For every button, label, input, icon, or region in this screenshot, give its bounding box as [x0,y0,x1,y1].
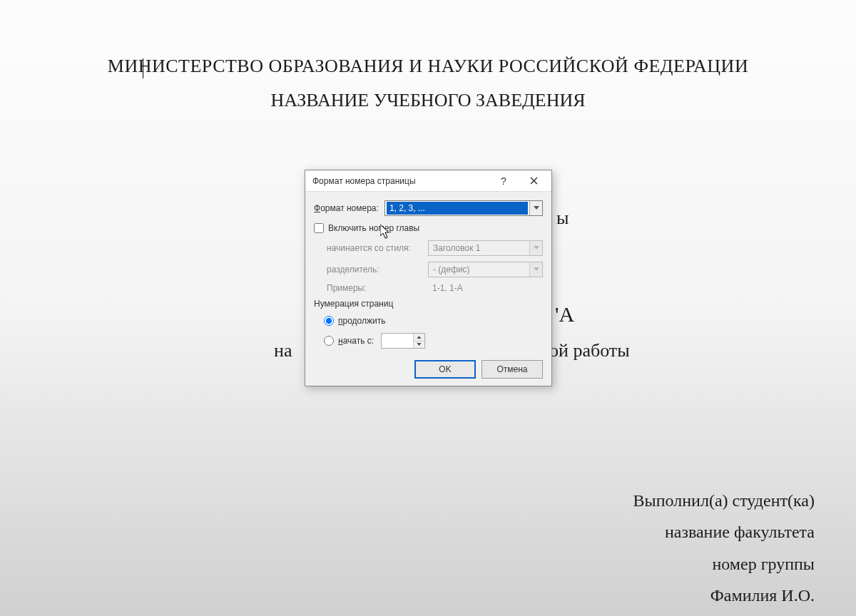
spinner-buttons [413,334,424,348]
number-format-combo[interactable]: 1, 2, 3, ... [384,200,543,216]
number-format-label: Формат номера: [314,203,379,213]
page-numbering-fieldset: Нумерация страниц продолжить начать с: [314,299,543,349]
ok-button[interactable]: OK [414,360,476,379]
include-chapter-row: Включить номер главы [314,223,543,233]
continue-label: продолжить [338,316,385,326]
chapter-subgroup: начинается со стиля: Заголовок 1 раздели… [327,240,543,293]
chevron-down-icon [529,262,542,277]
doc-heading-2: НАЗВАНИЕ УЧЕБНОГО ЗАВЕДЕНИЯ [0,90,856,111]
doc-fragment-mid: 'А [555,302,574,327]
page-numbering-legend: Нумерация страниц [314,299,543,309]
doc-fragment-right2: ой работы [549,340,630,361]
spinner-up[interactable] [414,334,424,342]
cancel-button[interactable]: Отмена [482,360,543,379]
doc-fragment-left: на [274,340,292,361]
starts-with-style-row: начинается со стиля: Заголовок 1 [327,240,543,256]
include-chapter-label: Включить номер главы [328,223,419,233]
signature-block: Выполнил(а) студент(ка) название факульт… [633,485,815,612]
close-icon [530,177,538,185]
include-chapter-checkbox[interactable] [314,223,324,233]
starts-with-style-label: начинается со стиля: [327,243,428,253]
start-from-input[interactable] [382,334,413,348]
continue-radio[interactable] [324,316,334,326]
separator-combo: - (дефис) [428,262,543,277]
start-from-radio-row: начать с: [324,333,543,349]
signature-line-4: Фамилия И.О. [633,580,815,611]
number-format-row: Формат номера: 1, 2, 3, ... [314,200,543,216]
dialog-title: Формат номера страницы [312,176,489,186]
help-button[interactable]: ? [489,172,519,190]
chevron-down-icon [529,241,542,255]
page-number-format-dialog: Формат номера страницы ? Формат номера: … [305,170,552,386]
number-format-value: 1, 2, 3, ... [387,202,528,215]
start-from-spinner[interactable] [381,333,425,349]
starts-with-style-value: Заголовок 1 [433,243,480,253]
starts-with-style-combo: Заголовок 1 [428,240,543,256]
separator-row: разделитель: - (дефис) [327,262,543,277]
dialog-buttons: OK Отмена [314,356,543,379]
examples-label: Примеры: [327,283,428,293]
continue-radio-row: продолжить [324,313,543,329]
document-page: МИНИСТЕРСТВО ОБРАЗОВАНИЯ И НАУКИ РОССИЙС… [0,0,856,188]
signature-line-3: номер группы [633,548,815,580]
dialog-body: Формат номера: 1, 2, 3, ... Включить ном… [305,192,551,386]
signature-line-1: Выполнил(а) студент(ка) [633,485,815,516]
text-caret [143,58,143,78]
separator-label: разделитель: [327,265,428,274]
doc-fragment-right: ы [556,207,569,229]
examples-row: Примеры: 1-1, 1-A [327,283,543,293]
examples-value: 1-1, 1-A [428,283,463,293]
start-from-label: начать с: [338,336,374,346]
dialog-titlebar[interactable]: Формат номера страницы ? [305,170,551,192]
doc-heading-1: МИНИСТЕРСТВО ОБРАЗОВАНИЯ И НАУКИ РОССИЙС… [0,56,856,77]
spinner-down[interactable] [414,342,424,349]
signature-line-2: название факультета [633,516,815,548]
start-from-radio[interactable] [324,336,334,346]
close-button[interactable] [519,172,549,190]
separator-value: - (дефис) [433,265,470,274]
chevron-down-icon[interactable] [529,201,542,215]
